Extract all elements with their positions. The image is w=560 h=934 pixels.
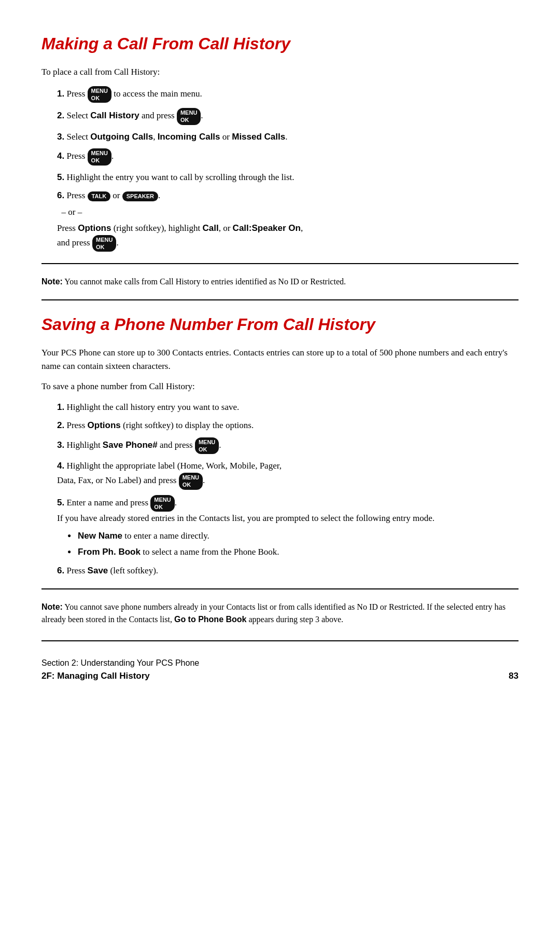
section2-title: Saving a Phone Number From Call History bbox=[41, 312, 519, 337]
speaker-button: SPEAKER bbox=[122, 191, 158, 201]
step-2-num: 2. bbox=[57, 111, 64, 120]
s2-step-5: 5. Enter a name and press MENUOK. If you… bbox=[52, 495, 519, 559]
s2-step-2-num: 2. bbox=[57, 420, 64, 430]
s2-step-6-num: 6. bbox=[57, 566, 64, 575]
step-4-num: 4. bbox=[57, 151, 64, 161]
s2-step-3-num: 3. bbox=[57, 440, 64, 450]
bullet-from-ph-book: From Ph. Book to select a name from the … bbox=[67, 545, 519, 559]
s2-step-1-num: 1. bbox=[57, 402, 64, 412]
divider-2 bbox=[41, 299, 519, 300]
step-6-num: 6. bbox=[57, 190, 64, 200]
note-label-2: Note: bbox=[41, 602, 63, 611]
options-label: Options bbox=[78, 223, 111, 233]
or-line: – or – bbox=[57, 205, 519, 219]
save-label: Save bbox=[88, 566, 108, 575]
step-5: 5. Highlight the entry you want to call … bbox=[52, 171, 519, 184]
footer-divider bbox=[41, 640, 519, 641]
menu-ok-button-1: MENUOK bbox=[88, 86, 111, 103]
section2-intro1: Your PCS Phone can store up to 300 Conta… bbox=[41, 346, 519, 373]
footer-section: Section 2: Understanding Your PCS Phone bbox=[41, 657, 199, 669]
s2-step-6: 6. Press Save (left softkey). bbox=[52, 564, 519, 578]
section2-intro2: To save a phone number from Call History… bbox=[41, 380, 519, 393]
step-5-num: 5. bbox=[57, 172, 64, 182]
call-label: Call bbox=[203, 223, 219, 233]
menu-ok-button-5: MENUOK bbox=[195, 437, 219, 455]
step-3-missed: Missed Calls bbox=[232, 132, 285, 142]
menu-ok-button-2: MENUOK bbox=[177, 108, 201, 125]
footer: Section 2: Understanding Your PCS Phone … bbox=[41, 657, 519, 683]
step-1: 1. Press MENUOK to access the main menu. bbox=[52, 86, 519, 103]
divider-3 bbox=[41, 588, 519, 589]
step-2: 2. Select Call History and press MENUOK. bbox=[52, 108, 519, 125]
new-name-label: New Name bbox=[78, 531, 122, 541]
s2-step-3: 3. Highlight Save Phone# and press MENUO… bbox=[52, 437, 519, 455]
s2-options-label: Options bbox=[88, 420, 121, 430]
s2-step-5-num: 5. bbox=[57, 498, 64, 507]
section2-steps-list: 1. Highlight the call history entry you … bbox=[52, 401, 519, 577]
go-to-phonebook-label: Go to Phone Book bbox=[174, 615, 247, 624]
footer-left: Section 2: Understanding Your PCS Phone … bbox=[41, 657, 199, 683]
footer-page: 83 bbox=[509, 669, 519, 683]
note-label-1: Note: bbox=[41, 277, 63, 286]
talk-button: TALK bbox=[88, 191, 111, 201]
s2-step-4-num: 4. bbox=[57, 461, 64, 471]
menu-ok-button-7: MENUOK bbox=[150, 495, 174, 512]
step-3-incoming: Incoming Calls bbox=[158, 132, 220, 142]
section2-note: Note: You cannot save phone numbers alre… bbox=[41, 601, 519, 626]
menu-ok-button-3: MENUOK bbox=[88, 148, 111, 166]
menu-ok-button-4: MENUOK bbox=[92, 235, 116, 252]
s2-step-2: 2. Press Options (right softkey) to disp… bbox=[52, 419, 519, 432]
footer-subsection: 2F: Managing Call History bbox=[41, 669, 199, 683]
section1-title: Making a Call From Call History bbox=[41, 31, 519, 56]
s2-step-1: 1. Highlight the call history entry you … bbox=[52, 401, 519, 414]
step-3-num: 3. bbox=[57, 132, 64, 142]
section1-steps-list: 1. Press MENUOK to access the main menu.… bbox=[52, 86, 519, 252]
step-1-num: 1. bbox=[57, 89, 64, 99]
bullet-new-name: New Name to enter a name directly. bbox=[67, 529, 519, 543]
step-6: 6. Press TALK or SPEAKER. – or – Press O… bbox=[52, 189, 519, 252]
step-3: 3. Select Outgoing Calls, Incoming Calls… bbox=[52, 130, 519, 144]
s2-step-4: 4. Highlight the appropriate label (Home… bbox=[52, 459, 519, 489]
step-3-outgoing: Outgoing Calls bbox=[90, 132, 153, 142]
save-phone-label: Save Phone# bbox=[103, 440, 158, 450]
section1-note: Note: You cannot make calls from Call Hi… bbox=[41, 276, 519, 288]
s2-step-5-bullets: New Name to enter a name directly. From … bbox=[67, 529, 519, 559]
menu-ok-button-6: MENUOK bbox=[179, 473, 203, 490]
step-4: 4. Press MENUOK. bbox=[52, 148, 519, 166]
callspeaker-label: Call:Speaker On bbox=[233, 223, 301, 233]
section1-intro: To place a call from Call History: bbox=[41, 65, 519, 79]
divider-1 bbox=[41, 263, 519, 264]
step-2-callhistory: Call History bbox=[90, 111, 139, 120]
s2-step-5-subtext: If you have already stored entries in th… bbox=[57, 513, 435, 523]
press-options-text: Press Options (right softkey), highlight… bbox=[57, 222, 519, 252]
from-ph-book-label: From Ph. Book bbox=[78, 547, 141, 557]
